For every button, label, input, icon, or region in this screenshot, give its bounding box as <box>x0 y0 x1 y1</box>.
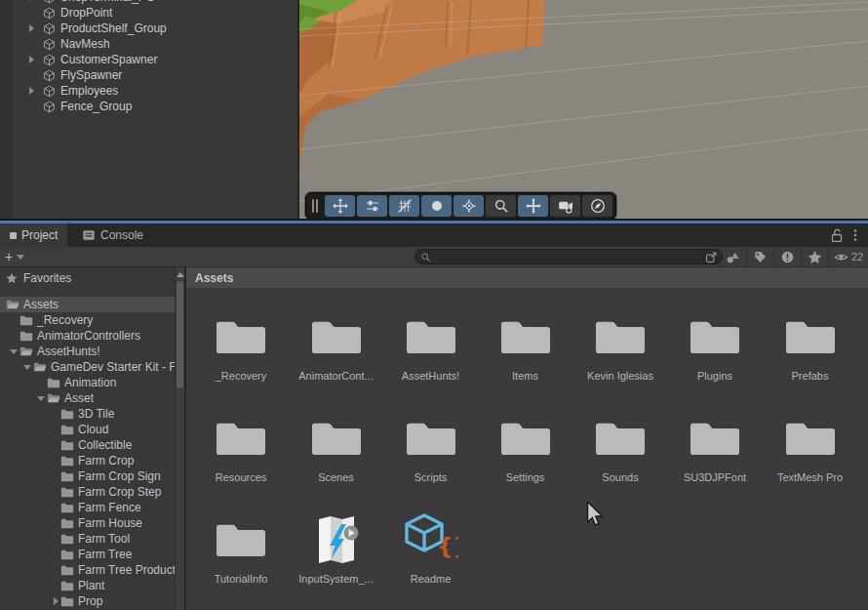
expand-arrow-icon[interactable] <box>23 365 31 370</box>
asset-grid-panel: Assets _Recovery AnimatorCont... AssetHu… <box>186 267 868 610</box>
create-menu-button[interactable]: + <box>5 247 24 266</box>
tool-settings-button[interactable] <box>357 195 387 217</box>
folder-tree-item[interactable]: Farm Tool <box>0 531 175 547</box>
favorites-header[interactable]: Favorites <box>0 269 184 287</box>
folder-tree-item[interactable]: Farm Tree <box>0 547 175 562</box>
asset-item[interactable]: _Recovery <box>194 308 288 382</box>
asset-item[interactable]: Prefabs <box>764 308 857 382</box>
folder-tree-item[interactable]: 3D Tile <box>0 406 175 422</box>
folder-tree-item[interactable]: Collectible <box>0 437 175 453</box>
asset-label: Resources <box>194 471 288 483</box>
camera-button[interactable] <box>550 195 580 217</box>
hidden-packages-button[interactable] <box>773 247 801 266</box>
folder-icon <box>60 486 74 498</box>
asset-item[interactable]: Sounds <box>573 410 667 483</box>
folder-tree-item[interactable]: AssetHunts! <box>0 344 175 359</box>
expand-arrow-icon[interactable] <box>29 87 34 95</box>
tab-project[interactable]: Project <box>0 224 67 247</box>
tag-icon <box>753 250 768 264</box>
folder-tree-item[interactable]: AnimatorControllers <box>0 328 175 344</box>
asset-item[interactable]: Kevin Iglesias <box>573 308 667 382</box>
hierarchy-item[interactable]: Employees <box>0 83 297 99</box>
asset-item[interactable]: Scenes <box>290 410 383 483</box>
mouse-cursor <box>586 502 604 528</box>
project-toolbar: + 22 <box>0 247 868 267</box>
asset-item[interactable]: AnimatorCont... <box>290 308 383 382</box>
expand-arrow-icon[interactable] <box>37 396 45 401</box>
folder-tree-item[interactable]: Farm Crop Step <box>0 484 175 500</box>
hierarchy-item[interactable]: FlySpawner <box>0 67 297 83</box>
folder-tree-item[interactable]: Assets <box>0 297 175 312</box>
expand-arrow-icon[interactable] <box>29 56 34 63</box>
folder-tree-item[interactable]: _Recovery <box>0 312 175 328</box>
center-pivot-button[interactable] <box>518 195 548 217</box>
asset-item[interactable]: TutorialInfo <box>194 511 288 585</box>
folder-tree-item[interactable]: Farm Fence <box>0 500 175 515</box>
asset-item[interactable]: SU3DJPFont <box>668 410 762 483</box>
folder-tree-item[interactable]: Farm Tree Product <box>0 562 175 578</box>
folder-tree-item[interactable]: Cloud <box>0 422 175 437</box>
asset-item[interactable]: Settings <box>479 410 572 483</box>
filter-by-label-button[interactable] <box>746 247 773 266</box>
asset-item[interactable]: Items <box>479 308 572 382</box>
asset-item[interactable]: Resources <box>194 410 288 483</box>
hierarchy-item[interactable]: CustomerSpawner <box>0 52 297 67</box>
lock-icon[interactable] <box>829 227 845 243</box>
prefab-cube-icon <box>43 69 56 82</box>
asset-item[interactable]: Plugins <box>668 308 762 382</box>
folder-tree-item[interactable]: Farm Crop <box>0 453 175 468</box>
folder-tree-item[interactable]: Farm House <box>0 515 175 531</box>
folder-tree-label: Asset <box>64 391 94 405</box>
hierarchy-item[interactable]: ProductShelf_Group <box>0 20 297 36</box>
folder-tree-item[interactable]: GameDev Starter Kit - Fa <box>0 359 175 375</box>
tab-console[interactable]: Console <box>72 224 153 247</box>
search-field[interactable] <box>414 249 723 264</box>
move-tool-button[interactable] <box>325 195 355 217</box>
hierarchy-item[interactable]: NavMesh <box>0 36 297 52</box>
asset-item[interactable]: TextMesh Pro <box>764 410 857 483</box>
prefab-cube-icon <box>43 38 56 51</box>
scene-view[interactable] <box>297 0 868 219</box>
folder-tree-item[interactable]: Farm Crop Sign <box>0 468 175 484</box>
kebab-menu-icon[interactable] <box>848 227 863 243</box>
asset-item[interactable]: Scripts <box>384 410 478 483</box>
toolbar-drag-handle[interactable] <box>312 199 320 213</box>
folder-tree-item[interactable]: Asset <box>0 390 175 406</box>
expand-arrow-icon[interactable] <box>29 24 34 32</box>
star-icon <box>808 250 822 264</box>
folder-tree-item[interactable]: Plant <box>0 578 175 593</box>
expand-arrow-icon[interactable] <box>29 0 34 1</box>
grid-visibility-button[interactable] <box>389 195 419 217</box>
folder-tree-item[interactable]: Animation <box>0 375 175 390</box>
search-input[interactable] <box>431 250 705 264</box>
folder-icon <box>60 595 74 607</box>
scrollbar-thumb[interactable] <box>177 281 183 388</box>
asset-icon <box>309 308 364 363</box>
asset-icon <box>783 308 838 363</box>
asset-icon <box>593 308 648 363</box>
hierarchy-item[interactable]: DropPoint <box>0 5 297 20</box>
folder-icon <box>60 580 74 591</box>
scene-visibility-button[interactable]: 22 <box>828 247 868 266</box>
tree-scrollbar[interactable] <box>175 267 184 610</box>
asset-item[interactable]: Readme <box>384 511 478 585</box>
folder-tree-item[interactable]: Prop <box>0 593 175 609</box>
folder-tree-label: GameDev Starter Kit - Fa <box>51 360 175 374</box>
asset-icon <box>688 308 742 363</box>
favorites-filter-button[interactable] <box>801 247 828 266</box>
open-search-window-icon[interactable] <box>705 251 718 264</box>
gizmo-sphere-button[interactable] <box>421 195 452 217</box>
scroll-up-arrow-icon[interactable] <box>177 272 184 277</box>
asset-item[interactable]: AssetHunts! <box>384 308 478 382</box>
breadcrumb-bar: Assets <box>186 267 868 288</box>
asset-item[interactable]: InputSystem_... <box>290 511 383 585</box>
expand-arrow-icon[interactable] <box>54 597 59 605</box>
gizmos-button[interactable] <box>454 195 484 217</box>
compass-button[interactable] <box>582 195 612 217</box>
search-button[interactable] <box>486 195 516 217</box>
expand-arrow-icon[interactable] <box>10 349 18 354</box>
folder-tree-label: Farm Crop Sign <box>78 469 161 483</box>
filter-by-type-button[interactable] <box>719 247 746 266</box>
hierarchy-item[interactable]: Fence_Group <box>0 99 297 114</box>
asset-label: Scenes <box>290 471 383 483</box>
